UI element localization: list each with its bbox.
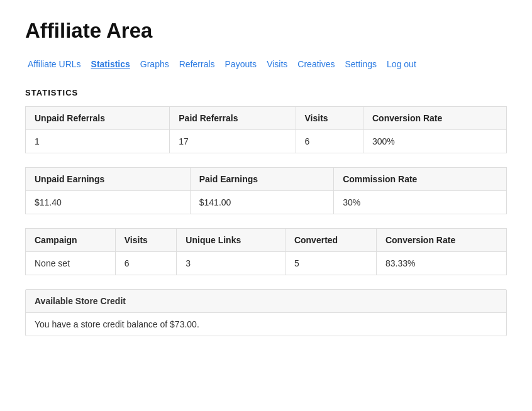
table-cell: 1: [26, 130, 170, 153]
table-cell: None set: [26, 252, 116, 275]
table-row: None set63583.33%: [26, 252, 507, 275]
table-cell: 30%: [334, 191, 507, 214]
earnings-table-head: Unpaid EarningsPaid EarningsCommission R…: [26, 168, 507, 191]
table-header: Paid Referrals: [170, 107, 296, 130]
earnings-table-body: $11.40$141.0030%: [26, 191, 507, 214]
table-cell: 17: [170, 130, 296, 153]
table-header: Paid Earnings: [190, 168, 333, 191]
nav-item-referrals[interactable]: Referrals: [177, 58, 218, 70]
table-row: $11.40$141.0030%: [26, 191, 507, 214]
campaign-table: CampaignVisitsUnique LinksConvertedConve…: [25, 228, 507, 275]
referrals-header-row: Unpaid ReferralsPaid ReferralsVisitsConv…: [26, 107, 507, 130]
table-row: 1176300%: [26, 130, 507, 153]
nav-item-statistics[interactable]: Statistics: [89, 58, 133, 70]
table-cell: 300%: [363, 130, 506, 153]
nav-item-visits[interactable]: Visits: [264, 58, 290, 70]
table-header: Converted: [285, 229, 376, 252]
nav-item-creatives[interactable]: Creatives: [295, 58, 337, 70]
store-credit-header: Available Store Credit: [26, 290, 506, 313]
earnings-header-row: Unpaid EarningsPaid EarningsCommission R…: [26, 168, 507, 191]
table-header: Visits: [296, 107, 363, 130]
table-cell: 3: [177, 252, 285, 275]
table-header: Campaign: [26, 229, 116, 252]
nav-bar: Affiliate URLsStatisticsGraphsReferralsP…: [25, 58, 507, 70]
table-header: Unique Links: [177, 229, 285, 252]
campaign-table-body: None set63583.33%: [26, 252, 507, 275]
nav-item-log-out[interactable]: Log out: [384, 58, 419, 70]
earnings-table: Unpaid EarningsPaid EarningsCommission R…: [25, 167, 507, 214]
table-header: Conversion Rate: [376, 229, 506, 252]
campaign-header-row: CampaignVisitsUnique LinksConvertedConve…: [26, 229, 507, 252]
section-title: Statistics: [25, 88, 507, 97]
table-header: Unpaid Referrals: [26, 107, 170, 130]
table-cell: 5: [285, 252, 376, 275]
referrals-table-body: 1176300%: [26, 130, 507, 153]
table-header: Commission Rate: [334, 168, 507, 191]
nav-item-graphs[interactable]: Graphs: [138, 58, 172, 70]
table-cell: $11.40: [26, 191, 191, 214]
nav-item-affiliate-urls[interactable]: Affiliate URLs: [25, 58, 84, 70]
page-title: Affiliate Area: [25, 19, 507, 43]
campaign-table-head: CampaignVisitsUnique LinksConvertedConve…: [26, 229, 507, 252]
table-cell: 83.33%: [376, 252, 506, 275]
nav-item-payouts[interactable]: Payouts: [223, 58, 260, 70]
nav-item-settings[interactable]: Settings: [342, 58, 379, 70]
referrals-table-head: Unpaid ReferralsPaid ReferralsVisitsConv…: [26, 107, 507, 130]
referrals-table: Unpaid ReferralsPaid ReferralsVisitsConv…: [25, 106, 507, 153]
store-credit-box: Available Store Credit You have a store …: [25, 289, 507, 336]
table-cell: 6: [296, 130, 363, 153]
table-header: Conversion Rate: [363, 107, 506, 130]
table-header: Visits: [115, 229, 177, 252]
table-cell: $141.00: [190, 191, 333, 214]
table-header: Unpaid Earnings: [26, 168, 191, 191]
table-cell: 6: [115, 252, 177, 275]
store-credit-body: You have a store credit balance of $73.0…: [26, 313, 506, 336]
